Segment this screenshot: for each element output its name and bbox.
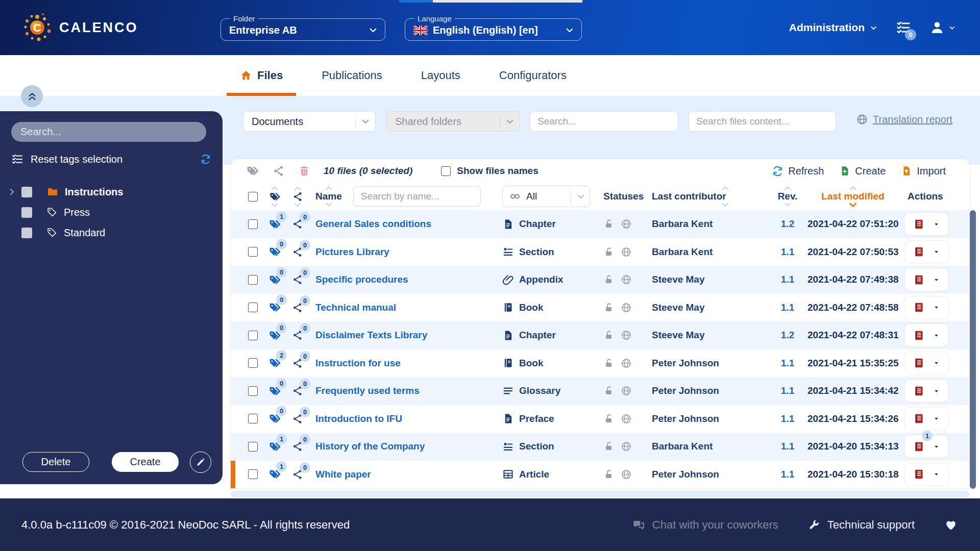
revision-link[interactable]: 1.1 xyxy=(775,413,800,424)
row-actions-button[interactable] xyxy=(904,213,948,235)
revision-link[interactable]: 1.2 xyxy=(775,218,800,230)
revision-link[interactable]: 1.1 xyxy=(775,274,800,285)
row-tags-button[interactable]: 1 xyxy=(263,468,286,481)
tree-checkbox[interactable] xyxy=(21,228,32,238)
table-row[interactable]: 0 0 Introduction to IFU Preface Peter Jo… xyxy=(231,405,969,433)
row-share-button[interactable]: 0 xyxy=(286,441,309,452)
publication-red-icon[interactable] xyxy=(913,218,925,230)
folder-select[interactable]: Folder Entreprise AB xyxy=(220,14,385,41)
publication-red-icon[interactable] xyxy=(913,302,925,313)
row-share-button[interactable]: 0 xyxy=(286,413,309,424)
tree-item-press[interactable]: Press xyxy=(0,202,223,222)
table-row[interactable]: 2 0 Instruction for use Book Peter Johns… xyxy=(231,349,969,378)
globe-status-icon[interactable] xyxy=(621,358,632,369)
table-row[interactable]: 0 0 Specific procedures Appendix Steeve … xyxy=(231,266,969,294)
table-row[interactable]: 0 0 Technical manual Book Steeve May 1.1… xyxy=(231,294,969,322)
file-name-link[interactable]: White paper xyxy=(309,469,498,480)
row-actions-button[interactable] xyxy=(904,296,948,319)
table-row[interactable]: 1 0 General Sales conditions Chapter Bar… xyxy=(231,210,969,238)
tree-item-instructions[interactable]: Instructions xyxy=(0,182,223,202)
row-share-button[interactable]: 0 xyxy=(286,274,309,285)
user-menu[interactable] xyxy=(929,20,955,35)
publication-red-icon[interactable] xyxy=(913,357,925,369)
tab-files[interactable]: Files xyxy=(227,55,296,96)
delete-tag-button[interactable]: Delete xyxy=(22,452,89,472)
caret-down-icon[interactable] xyxy=(933,277,940,283)
row-actions-button[interactable] xyxy=(904,324,948,346)
caret-down-icon[interactable] xyxy=(933,388,940,394)
lock-open-icon[interactable] xyxy=(603,330,615,341)
refresh-button[interactable]: Refresh xyxy=(772,165,824,177)
row-tags-button[interactable]: 0 xyxy=(263,329,286,342)
publication-red-icon[interactable] xyxy=(913,274,925,286)
horizontal-scrollbar[interactable] xyxy=(231,491,969,498)
sort-by-rev[interactable]: Rev. xyxy=(778,186,798,207)
sort-by-modified[interactable]: Last modified xyxy=(807,186,898,208)
row-share-button[interactable]: 0 xyxy=(286,246,309,258)
files-search-input[interactable] xyxy=(530,111,678,132)
row-tags-button[interactable]: 0 xyxy=(263,301,286,314)
file-name-link[interactable]: Frequently used terms xyxy=(309,385,498,396)
file-name-link[interactable]: Specific procedures xyxy=(309,274,498,285)
chat-link[interactable]: Chat with your coworkers xyxy=(632,518,778,532)
tree-checkbox[interactable] xyxy=(21,187,32,197)
reset-tags-row[interactable]: Reset tags selection xyxy=(11,153,211,165)
row-actions-button[interactable] xyxy=(904,408,948,430)
bulk-tag-icon[interactable] xyxy=(246,164,259,178)
file-name-link[interactable]: Disclaimer Texts Library xyxy=(309,330,498,341)
name-search-input[interactable] xyxy=(353,186,481,207)
caret-down-icon[interactable] xyxy=(933,248,940,255)
shared-folders-select[interactable]: Shared folders xyxy=(386,111,520,132)
file-name-link[interactable]: General Sales conditions xyxy=(309,218,498,230)
lock-open-icon[interactable] xyxy=(603,385,615,396)
caret-down-icon[interactable] xyxy=(933,304,940,311)
row-actions-button[interactable] xyxy=(904,241,948,263)
sort-by-shares[interactable] xyxy=(292,186,303,207)
lock-open-icon[interactable] xyxy=(603,441,615,452)
globe-status-icon[interactable] xyxy=(621,413,632,424)
create-file-button[interactable]: Create xyxy=(839,165,886,177)
row-actions-button[interactable] xyxy=(904,463,948,486)
row-share-button[interactable]: 0 xyxy=(286,358,309,369)
table-row[interactable]: 0 0 Pictures Library Section Barbara Ken… xyxy=(231,238,969,266)
publication-red-icon[interactable] xyxy=(913,246,925,258)
row-actions-button[interactable]: 1 xyxy=(904,435,948,458)
globe-status-icon[interactable] xyxy=(621,441,632,452)
row-checkbox[interactable] xyxy=(248,414,263,423)
tasks-button[interactable]: 0 xyxy=(896,20,911,35)
lock-open-icon[interactable] xyxy=(603,302,615,313)
import-file-button[interactable]: Import xyxy=(901,165,946,177)
sort-by-tags[interactable] xyxy=(269,186,281,208)
tags-search-input[interactable] xyxy=(11,122,206,142)
revision-link[interactable]: 1.1 xyxy=(775,441,800,452)
row-tags-button[interactable]: 0 xyxy=(263,412,286,425)
row-checkbox[interactable] xyxy=(248,469,263,479)
sort-by-name[interactable]: Name xyxy=(315,186,342,207)
table-row[interactable]: 0 0 Disclaimer Texts Library Chapter Ste… xyxy=(231,321,969,349)
lock-open-icon[interactable] xyxy=(603,413,615,424)
revision-link[interactable]: 1.1 xyxy=(775,302,800,313)
heart-icon[interactable] xyxy=(944,518,958,532)
row-tags-button[interactable]: 1 xyxy=(263,440,286,453)
file-name-link[interactable]: Instruction for use xyxy=(309,358,498,369)
chevron-right-icon[interactable] xyxy=(7,187,20,196)
tab-layouts[interactable]: Layouts xyxy=(408,55,474,96)
caret-down-icon[interactable] xyxy=(933,443,940,450)
show-files-names-toggle[interactable]: Show files names xyxy=(441,165,538,177)
globe-status-icon[interactable] xyxy=(621,274,632,285)
sort-by-contributor[interactable]: Last contributor xyxy=(652,186,775,207)
lock-open-icon[interactable] xyxy=(603,358,615,369)
revision-link[interactable]: 1.1 xyxy=(775,469,800,480)
row-checkbox[interactable] xyxy=(248,442,263,452)
sidebar-collapse-button[interactable] xyxy=(21,85,43,107)
row-tags-button[interactable]: 0 xyxy=(263,385,286,397)
tab-configurators[interactable]: Configurators xyxy=(486,55,580,96)
table-row[interactable]: 1 0 History of the Company Section Barba… xyxy=(231,433,969,461)
publication-red-icon[interactable] xyxy=(913,330,925,341)
row-actions-button[interactable] xyxy=(904,268,948,291)
brand-logo[interactable]: C CALENCO xyxy=(20,11,174,44)
file-name-link[interactable]: History of the Company xyxy=(309,441,498,452)
globe-status-icon[interactable] xyxy=(621,218,632,230)
revision-link[interactable]: 1.1 xyxy=(775,246,800,258)
globe-status-icon[interactable] xyxy=(621,302,632,313)
